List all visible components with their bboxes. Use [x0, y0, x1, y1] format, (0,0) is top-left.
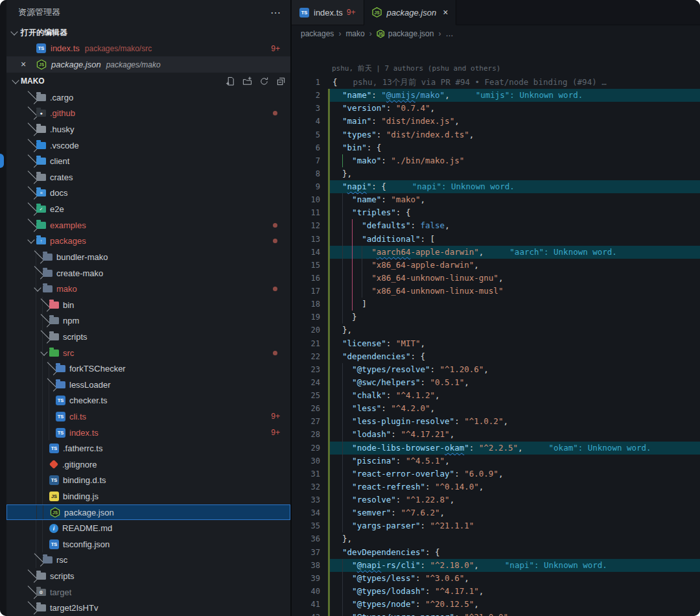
code-line-31[interactable]: 31 "react-error-overlay": "6.0.9", [292, 468, 700, 480]
code-line-30[interactable]: 30 "piscina": "^4.5.1", [292, 455, 700, 468]
code-line-1[interactable]: 1{pshu, 13个月前 via PR #94 • Feat/node bin… [292, 76, 700, 89]
more-actions-icon[interactable]: ⋯ [270, 6, 281, 19]
tree-item-cli-ts[interactable]: TScli.ts9+ [6, 409, 290, 425]
code-line-32[interactable]: 32 "react-refresh": "^0.14.0", [292, 480, 700, 493]
code-line-17[interactable]: 17 "x86_64-unknown-linux-musl" [292, 285, 700, 298]
code-line-14[interactable]: 14 "aarch64-apple-darwin","aarch": Unkno… [292, 246, 700, 259]
code-line-42[interactable]: 42 "@types/yargs-parser": "^21.0.0", [292, 611, 700, 616]
code-line-40[interactable]: 40 "@types/lodash": "^4.17.1", [292, 585, 700, 598]
tree-item-binding-d-ts[interactable]: TSbinding.d.ts [6, 473, 290, 489]
code-line-13[interactable]: 13 "additional": [ [292, 233, 700, 246]
tree-item-scripts[interactable]: scripts [6, 568, 290, 584]
code-line-9[interactable]: 9 "napi": {"napi": Unknown word. [292, 180, 700, 193]
collapse-all-icon[interactable] [274, 75, 288, 87]
breadcrumb-item-package-json[interactable]: JSpackage.json [377, 29, 434, 38]
breadcrumb-separator-icon: › [438, 29, 441, 38]
code-line-22[interactable]: 22 "dependencies": { [292, 350, 700, 363]
breadcrumb-item-packages[interactable]: packages [301, 29, 334, 38]
code-line-21[interactable]: 21 "license": "MIT", [292, 337, 700, 350]
code-line-41[interactable]: 41 "@types/node": "^20.12.5", [292, 598, 700, 611]
tree-item-package-json[interactable]: JSpackage.json [6, 504, 290, 521]
code-line-26[interactable]: 26 "less": "^4.2.0", [292, 402, 700, 415]
code-line-20[interactable]: 20 }, [292, 324, 700, 337]
code-editor[interactable]: pshu, 前天 | 7 authors (pshu and others) 1… [292, 41, 700, 616]
code-line-18[interactable]: 18 ] [292, 298, 700, 311]
tree-item--cargo[interactable]: .cargo [6, 89, 290, 106]
code-line-38[interactable]: 38 "@napi-rs/cli": "^2.18.0","napi": Unk… [292, 559, 700, 572]
tree-item-target[interactable]: ⚙target [6, 584, 290, 600]
tree-item-bin[interactable]: bin [6, 297, 290, 313]
tab-package-json[interactable]: JSpackage.json× [364, 0, 457, 25]
project-section-header[interactable]: MAKO [6, 73, 290, 89]
new-file-icon[interactable] [223, 75, 237, 87]
close-icon[interactable]: × [21, 59, 26, 69]
code-line-36[interactable]: 36 }, [292, 532, 700, 545]
tree-item-checker-ts[interactable]: TSchecker.ts [6, 393, 290, 409]
tree-item-scripts[interactable]: scripts [6, 329, 290, 345]
code-line-23[interactable]: 23 "@types/resolve": "^1.20.6", [292, 363, 700, 376]
tree-item-examples[interactable]: examples [6, 217, 290, 233]
code-text: "resolve": "^1.22.8", [332, 493, 454, 506]
code-line-4[interactable]: 4 "main": "dist/index.js", [292, 115, 700, 128]
open-editor-item-package-json[interactable]: ×JSpackage.jsonpackages/mako [6, 56, 290, 73]
open-editor-item-index-ts[interactable]: TSindex.tspackages/mako/src9+ [6, 40, 290, 56]
code-line-11[interactable]: 11 "triples": { [292, 206, 700, 219]
tree-item-forkTSChecker[interactable]: forkTSChecker [6, 361, 290, 377]
code-line-6[interactable]: 6 "bin": { [292, 141, 700, 154]
code-line-27[interactable]: 27 "less-plugin-resolve": "^1.0.2", [292, 415, 700, 428]
tree-item-index-ts[interactable]: TSindex.ts9+ [6, 425, 290, 441]
code-line-24[interactable]: 24 "@swc/helpers": "0.5.1", [292, 376, 700, 389]
code-line-35[interactable]: 35 "yargs-parser": "^21.1.1" [292, 519, 700, 532]
tree-item-tsconfig-json[interactable]: TStsconfig.json [6, 536, 290, 552]
tree-item-e2e[interactable]: ✓e2e [6, 201, 290, 217]
tree-item--husky[interactable]: .husky [6, 121, 290, 137]
tree-item-label: README.md [62, 523, 112, 533]
line-number: 8 [292, 167, 320, 180]
code-line-8[interactable]: 8 }, [292, 167, 700, 180]
code-line-2[interactable]: 2 "name": "@umijs/mako","umijs": Unknown… [292, 89, 700, 102]
tree-item--fatherrc-ts[interactable]: TS.fatherrc.ts [6, 440, 290, 456]
breadcrumb-item--[interactable]: … [445, 29, 453, 38]
code-line-33[interactable]: 33 "resolve": "^1.22.8", [292, 493, 700, 506]
code-line-16[interactable]: 16 "x86_64-unknown-linux-gnu", [292, 272, 700, 285]
tree-item--vscode[interactable]: .vscode [6, 137, 290, 154]
folder-icon: ↑ [36, 237, 46, 244]
code-line-29[interactable]: 29 "node-libs-browser-okam": "^2.2.5","o… [292, 442, 700, 455]
tree-item-docs[interactable]: ≡docs [6, 185, 290, 202]
tree-item-README-md[interactable]: iREADME.md [6, 520, 290, 536]
new-folder-icon[interactable] [240, 75, 254, 87]
tree-item-client[interactable]: client [6, 153, 290, 169]
code-line-15[interactable]: 15 "x86_64-apple-darwin", [292, 259, 700, 272]
code-line-19[interactable]: 19 } [292, 311, 700, 324]
open-editors-header[interactable]: 打开的编辑器 [6, 25, 290, 40]
tree-item--gitignore[interactable]: .gitignore [6, 456, 290, 473]
line-number: 19 [292, 311, 320, 324]
code-line-37[interactable]: 37 "devDependencies": { [292, 546, 700, 559]
tree-item-lessLoader[interactable]: lessLoader [6, 377, 290, 393]
code-line-10[interactable]: 10 "name": "mako", [292, 193, 700, 206]
breadcrumb-item-mako[interactable]: mako [345, 29, 364, 38]
tree-item-src[interactable]: src [6, 345, 290, 361]
tree-item-mako[interactable]: mako [6, 281, 290, 297]
tree-item-packages[interactable]: ↑packages [6, 233, 290, 249]
tree-item-npm[interactable]: npm [6, 313, 290, 329]
tab-index-ts[interactable]: TSindex.ts9+ [292, 0, 364, 25]
code-line-12[interactable]: 12 "defaults": false, [292, 219, 700, 232]
tree-item-bundler-mako[interactable]: bundler-mako [6, 249, 290, 265]
tree-item--github[interactable]: ●.github [6, 106, 290, 122]
code-line-3[interactable]: 3 "version": "0.7.4", [292, 102, 700, 115]
refresh-icon[interactable] [257, 75, 271, 87]
tree-item-rsc[interactable]: rsc [6, 552, 290, 569]
tree-item-target2IsHTv[interactable]: target2IsHTv [6, 600, 290, 616]
tree-item-create-mako[interactable]: create-mako [6, 265, 290, 281]
code-line-5[interactable]: 5 "types": "dist/index.d.ts", [292, 128, 700, 141]
code-line-7[interactable]: 7 "mako": "./bin/mako.js" [292, 154, 700, 167]
code-line-28[interactable]: 28 "lodash": "^4.17.21", [292, 428, 700, 441]
gutter-change-bar [328, 102, 330, 115]
code-line-25[interactable]: 25 "chalk": "^4.1.2", [292, 389, 700, 402]
close-icon[interactable]: × [443, 7, 448, 18]
code-line-39[interactable]: 39 "@types/less": "^3.0.6", [292, 572, 700, 585]
tree-item-binding-js[interactable]: JSbinding.js [6, 488, 290, 504]
tree-item-crates[interactable]: crates [6, 169, 290, 185]
code-line-34[interactable]: 34 "semver": "^7.6.2", [292, 506, 700, 519]
